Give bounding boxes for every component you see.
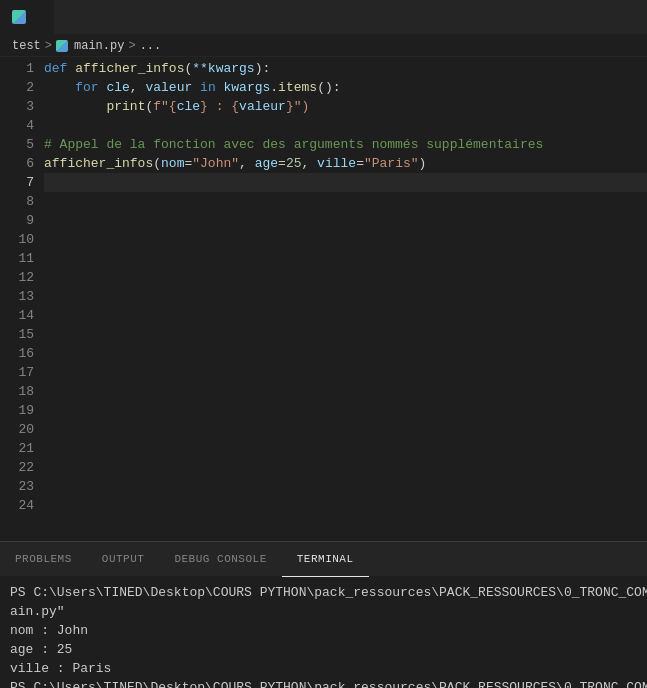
terminal-line: ville : Paris bbox=[10, 659, 637, 678]
breadcrumb-ellipsis: ... bbox=[140, 39, 162, 53]
panel-tab-terminal[interactable]: TERMINAL bbox=[282, 542, 369, 577]
code-line bbox=[44, 116, 647, 135]
code-line bbox=[44, 420, 647, 439]
code-line bbox=[44, 401, 647, 420]
line-numbers: 123456789101112131415161718192021222324 bbox=[0, 57, 44, 541]
code-line bbox=[44, 306, 647, 325]
code-line bbox=[44, 496, 647, 515]
code-line bbox=[44, 344, 647, 363]
code-line bbox=[44, 211, 647, 230]
terminal-line: nom : John bbox=[10, 621, 637, 640]
code-line bbox=[44, 230, 647, 249]
code-line bbox=[44, 268, 647, 287]
python-icon bbox=[12, 10, 26, 24]
breadcrumb-sep1: > bbox=[45, 39, 52, 53]
terminal-line: ain.py" bbox=[10, 602, 637, 621]
code-line bbox=[44, 325, 647, 344]
code-line: print(f"{cle} : {valeur}") bbox=[44, 97, 647, 116]
tab-bar bbox=[0, 0, 647, 35]
panel-tab-output[interactable]: OUTPUT bbox=[87, 542, 160, 577]
code-line: for cle, valeur in kwargs.items(): bbox=[44, 78, 647, 97]
code-line: # Appel de la fonction avec des argument… bbox=[44, 135, 647, 154]
code-line bbox=[44, 287, 647, 306]
panel: PROBLEMSOUTPUTDEBUG CONSOLETERMINAL PS C… bbox=[0, 541, 647, 688]
breadcrumb-filename: main.py bbox=[74, 39, 124, 53]
code-line bbox=[44, 192, 647, 211]
code-line bbox=[44, 363, 647, 382]
code-line: def afficher_infos(**kwargs): bbox=[44, 59, 647, 78]
tab-main-py[interactable] bbox=[0, 0, 55, 35]
terminal-line: PS C:\Users\TINED\Desktop\COURS PYTHON\p… bbox=[10, 583, 637, 602]
editor: 123456789101112131415161718192021222324 … bbox=[0, 57, 647, 541]
code-line bbox=[44, 477, 647, 496]
code-line: afficher_infos(nom="John", age=25, ville… bbox=[44, 154, 647, 173]
panel-tabs: PROBLEMSOUTPUTDEBUG CONSOLETERMINAL bbox=[0, 542, 647, 577]
python-icon-small bbox=[56, 40, 68, 52]
panel-tab-problems[interactable]: PROBLEMS bbox=[0, 542, 87, 577]
breadcrumb-sep2: > bbox=[128, 39, 135, 53]
code-line bbox=[44, 458, 647, 477]
terminal-line: PS C:\Users\TINED\Desktop\COURS PYTHON\p… bbox=[10, 678, 637, 688]
breadcrumb: test > main.py > ... bbox=[0, 35, 647, 57]
code-line bbox=[44, 173, 647, 192]
terminal-area[interactable]: PS C:\Users\TINED\Desktop\COURS PYTHON\p… bbox=[0, 577, 647, 688]
code-area[interactable]: def afficher_infos(**kwargs): for cle, v… bbox=[44, 57, 647, 541]
code-line bbox=[44, 439, 647, 458]
breadcrumb-test: test bbox=[12, 39, 41, 53]
panel-tab-debug-console[interactable]: DEBUG CONSOLE bbox=[159, 542, 281, 577]
code-line bbox=[44, 249, 647, 268]
terminal-line: age : 25 bbox=[10, 640, 637, 659]
code-line bbox=[44, 382, 647, 401]
